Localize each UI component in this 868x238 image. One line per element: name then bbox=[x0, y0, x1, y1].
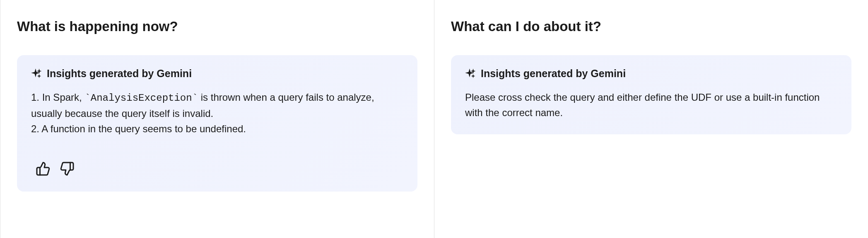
insight-line-1-prefix: 1. In Spark, bbox=[31, 92, 84, 103]
what-to-do-title: What can I do about it? bbox=[451, 19, 851, 34]
happening-now-column: What is happening now? Insights generate… bbox=[0, 0, 434, 238]
what-to-do-body: Please cross check the query and either … bbox=[465, 90, 837, 120]
insight-header: Insights generated by Gemini bbox=[465, 68, 837, 80]
thumbs-up-button[interactable] bbox=[35, 162, 51, 177]
thumbs-down-button[interactable] bbox=[59, 162, 75, 177]
sparkle-icon bbox=[465, 68, 476, 79]
feedback-row bbox=[31, 162, 403, 177]
thumbs-down-icon bbox=[60, 161, 75, 178]
insight-label: Insights generated by Gemini bbox=[481, 68, 626, 80]
happening-now-body: 1. In Spark, `AnalysisException` is thro… bbox=[31, 90, 403, 137]
thumbs-up-icon bbox=[36, 161, 51, 178]
insights-container: What is happening now? Insights generate… bbox=[0, 0, 868, 238]
insight-label: Insights generated by Gemini bbox=[47, 68, 192, 80]
insight-line-1: 1. In Spark, `AnalysisException` is thro… bbox=[31, 90, 403, 121]
what-to-do-column: What can I do about it? Insights generat… bbox=[434, 0, 868, 238]
what-to-do-card: Insights generated by Gemini Please cros… bbox=[451, 55, 851, 134]
happening-now-title: What is happening now? bbox=[17, 19, 417, 34]
insight-line-2: 2. A function in the query seems to be u… bbox=[31, 121, 403, 136]
insight-header: Insights generated by Gemini bbox=[31, 68, 403, 80]
insight-line-1-code: `AnalysisException` bbox=[84, 92, 198, 104]
happening-now-card: Insights generated by Gemini 1. In Spark… bbox=[17, 55, 417, 192]
sparkle-icon bbox=[31, 68, 42, 79]
